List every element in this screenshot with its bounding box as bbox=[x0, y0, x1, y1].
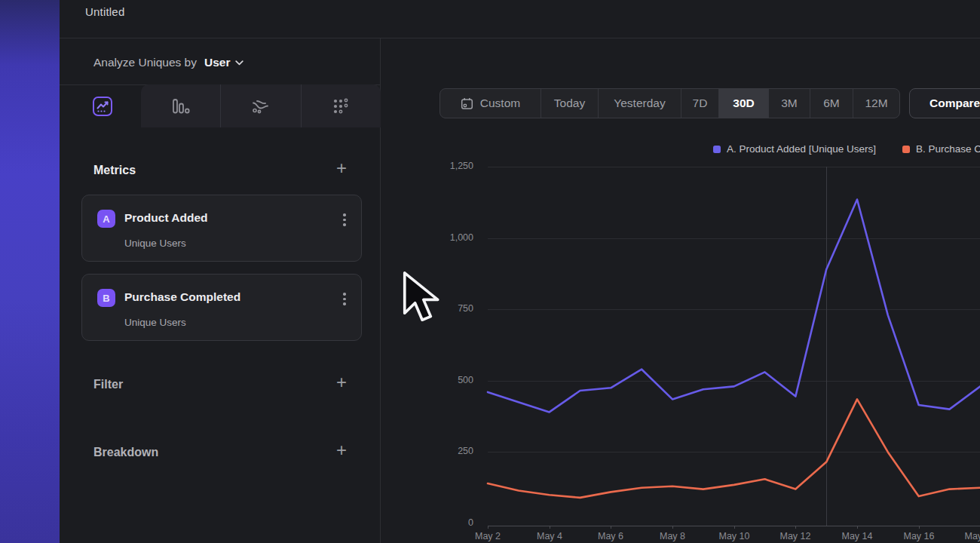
line-chart-canvas[interactable] bbox=[0, 0, 980, 543]
series-line bbox=[488, 399, 980, 498]
app-window: Untitled Analyze Uniques by User bbox=[0, 0, 980, 543]
series-line bbox=[488, 200, 980, 413]
